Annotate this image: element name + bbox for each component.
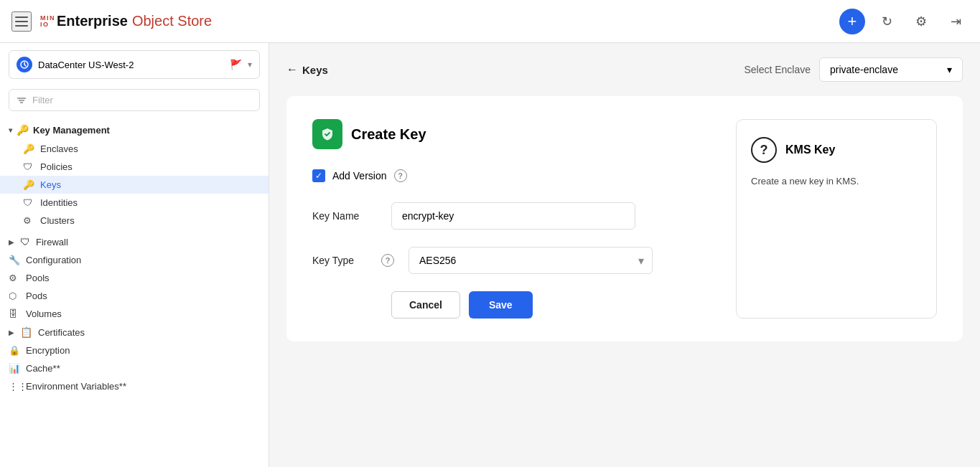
add-version-label: Add Version [332, 170, 387, 181]
key-type-label: Key Type [312, 255, 377, 266]
svg-rect-2 [15, 25, 28, 27]
policies-icon: 🛡 [23, 161, 34, 172]
enclave-value: private-enclave [830, 64, 898, 75]
encryption-icon: 🔒 [9, 345, 20, 356]
key-type-select[interactable]: AES256 AES128 RSA2048 RSA4096 [409, 247, 653, 274]
pools-label: Pools [26, 273, 50, 283]
enclaves-label: Enclaves [40, 143, 78, 154]
sidebar-item-configuration[interactable]: 🔧 Configuration [0, 251, 269, 269]
info-help-icon: ? [751, 137, 777, 163]
policies-label: Policies [40, 161, 73, 172]
server-selector[interactable]: DataCenter US-West-2 🚩 ▾ [9, 50, 260, 79]
key-mgmt-icon: 🔑 [17, 124, 29, 136]
filter-bar[interactable]: Filter [9, 89, 260, 111]
keys-icon: 🔑 [23, 179, 34, 190]
key-management-expand-icon: ▾ [9, 126, 12, 134]
info-card-header: ? KMS Key [751, 137, 922, 163]
certificates-icon: 📋 [20, 326, 32, 338]
volumes-label: Volumes [26, 308, 62, 319]
server-chevron-icon: ▾ [248, 60, 252, 70]
info-card-description: Create a new key in KMS. [751, 174, 922, 189]
sidebar: DataCenter US-West-2 🚩 ▾ Filter ▾ 🔑 Key … [0, 43, 269, 467]
sidebar-item-certificates[interactable]: ▶ 📋 Certificates [0, 323, 269, 341]
identities-label: Identities [40, 197, 78, 208]
sidebar-item-volumes[interactable]: 🗄 Volumes [0, 305, 269, 323]
certificates-expand-icon: ▶ [9, 329, 14, 336]
back-arrow-icon: ← [286, 63, 298, 76]
refresh-button[interactable]: ↻ [874, 9, 900, 34]
sidebar-item-cache[interactable]: 📊 Cache** [0, 359, 269, 377]
key-name-input[interactable] [391, 202, 635, 230]
sidebar-item-enclaves[interactable]: 🔑 Enclaves [0, 140, 269, 158]
cancel-button[interactable]: Cancel [391, 291, 460, 319]
key-name-row: Key Name [312, 202, 719, 230]
sidebar-item-keys[interactable]: 🔑 Keys [0, 176, 269, 194]
cache-icon: 📊 [9, 363, 20, 374]
sidebar-item-pods[interactable]: ⬡ Pods [0, 287, 269, 305]
sidebar-item-env-vars[interactable]: ⋮⋮ Environment Variables** [0, 377, 269, 395]
add-version-checkbox[interactable]: ✓ [312, 169, 325, 182]
enclave-select[interactable]: private-enclave ▾ [819, 57, 963, 82]
form-title: Create Key [351, 126, 426, 143]
content-area: ← Keys Select Enclave private-enclave ▾ [269, 43, 980, 467]
save-button[interactable]: Save [469, 291, 533, 319]
enclaves-icon: 🔑 [23, 143, 34, 154]
create-key-icon [312, 119, 342, 149]
enclave-chevron-icon: ▾ [947, 64, 952, 75]
clusters-icon: ⚙ [23, 215, 34, 226]
settings-button[interactable]: ⚙ [908, 9, 934, 34]
server-name: DataCenter US-West-2 [38, 60, 224, 70]
logo-enterprise-text: Enterprise [57, 13, 128, 29]
key-name-label: Key Name [312, 210, 377, 222]
pods-label: Pods [26, 291, 47, 301]
topbar: MIN IO Enterprise Object Store + ↻ ⚙ ⇥ [0, 0, 980, 43]
key-management-label: Key Management [33, 125, 110, 136]
sidebar-toggle-button[interactable] [11, 11, 32, 32]
logo-io-text: IO [40, 22, 55, 28]
configuration-label: Configuration [26, 255, 81, 265]
sidebar-item-encryption[interactable]: 🔒 Encryption [0, 341, 269, 359]
sidebar-item-firewall[interactable]: ▶ 🛡 Firewall [0, 232, 269, 251]
form-actions: Cancel Save [312, 291, 719, 319]
cache-label: Cache** [26, 363, 60, 374]
sidebar-item-clusters[interactable]: ⚙ Clusters [0, 212, 269, 230]
svg-rect-0 [15, 16, 28, 18]
page-title: Keys [302, 64, 328, 76]
page-header: ← Keys Select Enclave private-enclave ▾ [286, 57, 963, 82]
nav-key-management-section: ▾ 🔑 Key Management 🔑 Enclaves 🛡 Policies… [0, 117, 269, 232]
add-button[interactable]: + [839, 9, 865, 34]
sidebar-item-pools[interactable]: ⚙ Pools [0, 269, 269, 287]
key-type-select-wrapper: AES256 AES128 RSA2048 RSA4096 ▾ [409, 247, 653, 274]
enclave-label: Select Enclave [744, 64, 811, 75]
create-key-form-card: Create Key ✓ Add Version ? Key Name Key … [286, 96, 963, 341]
logout-button[interactable]: ⇥ [943, 9, 969, 34]
key-type-row: Key Type ? AES256 AES128 RSA2048 RSA4096… [312, 247, 719, 274]
add-version-help-icon[interactable]: ? [394, 169, 407, 182]
firewall-icon: 🛡 [20, 236, 30, 247]
info-card-title: KMS Key [785, 143, 835, 156]
flag-icon: 🚩 [230, 59, 242, 70]
volumes-icon: 🗄 [9, 308, 20, 319]
logo: MIN IO Enterprise Object Store [40, 13, 212, 29]
filter-placeholder: Filter [32, 95, 53, 105]
sidebar-item-identities[interactable]: 🛡 Identities [0, 194, 269, 212]
pools-icon: ⚙ [9, 273, 20, 283]
identities-icon: 🛡 [23, 197, 34, 208]
env-vars-icon: ⋮⋮ [9, 381, 20, 392]
nav-key-management-header[interactable]: ▾ 🔑 Key Management [0, 120, 269, 140]
clusters-label: Clusters [40, 215, 75, 226]
form-section: Create Key ✓ Add Version ? Key Name Key … [312, 119, 719, 319]
back-link[interactable]: ← Keys [286, 63, 328, 76]
add-version-row: ✓ Add Version ? [312, 169, 719, 182]
sidebar-item-policies[interactable]: 🛡 Policies [0, 158, 269, 176]
certificates-label: Certificates [38, 327, 85, 338]
firewall-label: Firewall [36, 237, 68, 247]
pods-icon: ⬡ [9, 291, 20, 301]
env-vars-label: Environment Variables** [26, 381, 126, 392]
configuration-icon: 🔧 [9, 255, 20, 265]
enclave-selector-area: Select Enclave private-enclave ▾ [744, 57, 963, 82]
key-type-help-icon[interactable]: ? [381, 254, 394, 267]
form-title-row: Create Key [312, 119, 719, 149]
server-icon [17, 57, 32, 72]
encryption-label: Encryption [26, 345, 70, 356]
